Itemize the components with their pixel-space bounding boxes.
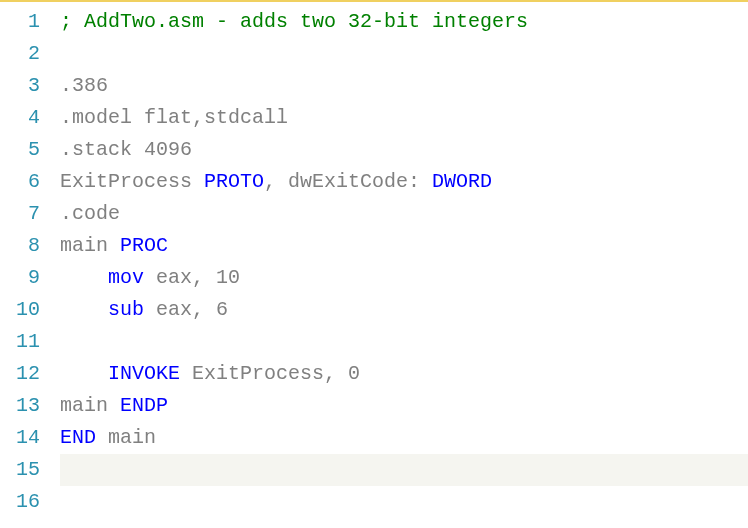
line-number-gutter: 12345678910111213141516 — [0, 2, 52, 528]
line-number: 12 — [8, 358, 40, 390]
code-token: , — [192, 266, 216, 289]
code-token — [132, 138, 144, 161]
code-token: ENDP — [120, 394, 168, 417]
line-number: 10 — [8, 294, 40, 326]
code-token — [108, 234, 120, 257]
line-number: 1 — [8, 6, 40, 38]
line-number: 9 — [8, 262, 40, 294]
code-line[interactable]: .stack 4096 — [60, 134, 748, 166]
code-token — [192, 170, 204, 193]
code-token — [132, 106, 144, 129]
code-line[interactable]: END main — [60, 422, 748, 454]
code-token: 10 — [216, 266, 240, 289]
line-number: 4 — [8, 102, 40, 134]
line-number: 15 — [8, 454, 40, 486]
line-number: 8 — [8, 230, 40, 262]
code-token: .code — [60, 202, 120, 225]
code-token: INVOKE — [108, 362, 180, 385]
code-line[interactable]: .386 — [60, 70, 748, 102]
line-number: 2 — [8, 38, 40, 70]
code-token — [180, 362, 192, 385]
code-text-area[interactable]: ; AddTwo.asm - adds two 32-bit integers … — [52, 2, 748, 528]
line-number: 13 — [8, 390, 40, 422]
code-line[interactable]: mov eax, 10 — [60, 262, 748, 294]
line-number: 6 — [8, 166, 40, 198]
code-token: 4096 — [144, 138, 192, 161]
code-line[interactable]: sub eax, 6 — [60, 294, 748, 326]
code-line[interactable]: main PROC — [60, 230, 748, 262]
code-token: 0 — [348, 362, 360, 385]
code-token: .386 — [60, 74, 108, 97]
code-token: END — [60, 426, 96, 449]
code-token: sub — [108, 298, 144, 321]
code-token: flat,stdcall — [144, 106, 288, 129]
code-token: main — [108, 426, 156, 449]
code-line[interactable]: ExitProcess PROTO, dwExitCode: DWORD — [60, 166, 748, 198]
line-number: 3 — [8, 70, 40, 102]
code-token: eax — [156, 298, 192, 321]
code-token — [60, 266, 108, 289]
code-token: PROC — [120, 234, 168, 257]
code-line[interactable] — [60, 38, 748, 70]
line-number: 5 — [8, 134, 40, 166]
code-line[interactable]: ; AddTwo.asm - adds two 32-bit integers — [60, 6, 748, 38]
code-editor[interactable]: 12345678910111213141516 ; AddTwo.asm - a… — [0, 0, 748, 528]
code-line[interactable] — [60, 326, 748, 358]
code-token — [108, 394, 120, 417]
code-token — [144, 298, 156, 321]
code-token: ExitProcess — [60, 170, 192, 193]
code-token: main — [60, 234, 108, 257]
code-token: , dwExitCode: — [264, 170, 432, 193]
line-number: 7 — [8, 198, 40, 230]
line-number: 11 — [8, 326, 40, 358]
line-number: 16 — [8, 486, 40, 518]
code-token: .model — [60, 106, 132, 129]
code-line[interactable]: main ENDP — [60, 390, 748, 422]
code-token: .stack — [60, 138, 132, 161]
code-line[interactable]: .code — [60, 198, 748, 230]
code-line[interactable] — [60, 486, 748, 518]
code-token: 6 — [216, 298, 228, 321]
code-token — [144, 266, 156, 289]
code-token — [96, 426, 108, 449]
code-token: main — [60, 394, 108, 417]
code-line[interactable]: INVOKE ExitProcess, 0 — [60, 358, 748, 390]
code-token: mov — [108, 266, 144, 289]
code-token: ExitProcess, — [192, 362, 348, 385]
code-token — [60, 298, 108, 321]
code-line[interactable]: .model flat,stdcall — [60, 102, 748, 134]
code-token: , — [192, 298, 216, 321]
code-token: DWORD — [432, 170, 492, 193]
code-token: eax — [156, 266, 192, 289]
code-token — [60, 362, 108, 385]
code-token: PROTO — [204, 170, 264, 193]
code-line[interactable] — [60, 454, 748, 486]
line-number: 14 — [8, 422, 40, 454]
code-token: ; AddTwo.asm - adds two 32-bit integers — [60, 10, 528, 33]
